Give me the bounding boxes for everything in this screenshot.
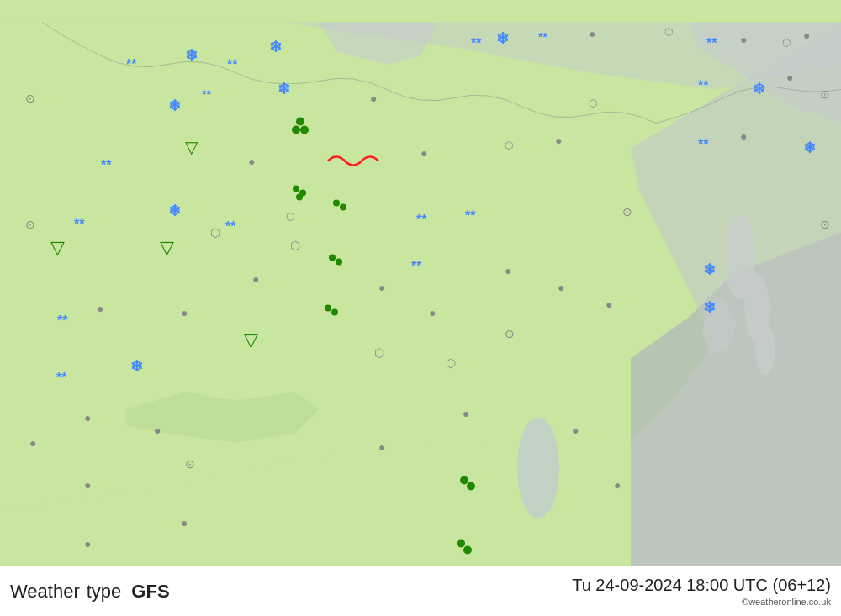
svg-text:▽: ▽ (244, 329, 258, 350)
svg-text:**: ** (74, 217, 85, 231)
svg-text:●: ● (181, 516, 188, 529)
svg-text:▽: ▽ (185, 138, 198, 156)
svg-text:●: ● (420, 146, 427, 160)
svg-point-102 (296, 118, 304, 126)
svg-text:●: ● (740, 33, 747, 46)
svg-text:**: ** (698, 137, 709, 151)
svg-text:⊙: ⊙ (505, 327, 515, 340)
svg-point-61 (331, 309, 338, 316)
svg-text:⬡: ⬡ (664, 26, 673, 38)
type-label: type (87, 581, 122, 603)
svg-text:**: ** (411, 259, 422, 273)
svg-point-100 (292, 126, 300, 134)
svg-text:⊙: ⊙ (185, 457, 195, 471)
svg-text:❄: ❄ (168, 203, 181, 219)
svg-text:⬡: ⬡ (589, 97, 597, 109)
svg-text:●: ● (378, 281, 385, 294)
svg-text:**: ** (202, 87, 211, 101)
svg-point-63 (467, 482, 475, 491)
svg-point-56 (333, 200, 340, 207)
svg-point-58 (329, 255, 336, 261)
svg-text:❄: ❄ (496, 30, 509, 47)
svg-point-65 (463, 546, 472, 555)
svg-point-64 (457, 540, 465, 548)
svg-text:❄: ❄ (185, 47, 198, 64)
svg-text:**: ** (698, 78, 709, 92)
svg-text:**: ** (471, 36, 482, 50)
svg-text:**: ** (465, 208, 476, 223)
svg-text:⬡: ⬡ (374, 346, 384, 360)
svg-point-53 (293, 186, 299, 192)
watermark: ©weatheronline.co.uk (742, 597, 831, 607)
svg-point-6 (517, 418, 559, 519)
svg-text:⊙: ⊙ (820, 87, 830, 101)
svg-text:▽: ▽ (50, 237, 65, 258)
svg-text:●: ● (589, 27, 595, 40)
svg-text:●: ● (97, 302, 103, 315)
svg-text:●: ● (181, 306, 188, 319)
bottom-bar: Weather type GFS Tu 24-09-2024 18:00 UTC… (0, 566, 841, 616)
svg-text:**: ** (227, 57, 238, 71)
svg-text:⊙: ⊙ (820, 218, 830, 231)
svg-text:❄: ❄ (269, 39, 282, 55)
bottom-right-info: Tu 24-09-2024 18:00 UTC (06+12) ©weather… (572, 576, 831, 607)
svg-text:⬡: ⬡ (286, 211, 294, 223)
svg-text:●: ● (378, 440, 385, 454)
svg-text:●: ● (505, 264, 511, 277)
svg-point-60 (325, 305, 331, 312)
svg-text:⊙: ⊙ (25, 218, 35, 231)
datetime-label: Tu 24-09-2024 18:00 UTC (06+12) (572, 576, 831, 595)
svg-text:●: ● (606, 297, 612, 311)
svg-text:**: ** (706, 36, 717, 50)
svg-point-11 (755, 325, 775, 376)
svg-text:⬡: ⬡ (210, 226, 220, 240)
svg-text:●: ● (558, 281, 564, 294)
weather-map: ** ❄ ** ❄ ** ❄ ** ● ⬡ ** ● ⬡ ● ⊙ ❄ ** ❄ … (0, 0, 841, 616)
svg-text:●: ● (29, 436, 36, 450)
svg-text:⬡: ⬡ (505, 140, 513, 151)
svg-text:●: ● (572, 424, 579, 437)
svg-text:**: ** (126, 57, 137, 71)
svg-text:**: ** (57, 313, 68, 328)
svg-text:●: ● (740, 129, 747, 143)
svg-text:●: ● (84, 478, 91, 492)
svg-text:**: ** (56, 371, 67, 385)
svg-point-59 (336, 259, 342, 266)
svg-text:❄: ❄ (278, 81, 290, 97)
svg-point-57 (340, 204, 346, 211)
svg-point-101 (300, 126, 309, 134)
bottom-left-info: Weather type GFS (10, 581, 170, 603)
svg-text:**: ** (101, 158, 112, 172)
svg-text:⬡: ⬡ (446, 356, 456, 370)
svg-text:●: ● (786, 71, 793, 84)
map-container: ** ❄ ** ❄ ** ❄ ** ● ⬡ ** ● ⬡ ● ⊙ ❄ ** ❄ … (0, 0, 841, 616)
svg-text:●: ● (803, 29, 810, 42)
svg-text:●: ● (84, 537, 91, 550)
svg-text:**: ** (538, 30, 547, 44)
svg-text:●: ● (429, 306, 436, 319)
model-label: GFS (131, 581, 169, 603)
svg-text:❄: ❄ (703, 299, 716, 316)
svg-point-55 (296, 194, 303, 201)
svg-text:⬡: ⬡ (782, 37, 791, 49)
weather-label: Weather (10, 581, 80, 603)
svg-text:❄: ❄ (703, 261, 716, 278)
svg-text:⊙: ⊙ (25, 92, 35, 105)
svg-text:**: ** (225, 219, 236, 234)
svg-point-62 (460, 476, 468, 485)
svg-text:❄: ❄ (803, 140, 816, 156)
svg-text:**: ** (416, 213, 427, 227)
svg-text:●: ● (555, 134, 562, 147)
svg-text:●: ● (248, 155, 255, 168)
svg-text:●: ● (370, 92, 377, 105)
svg-text:⬡: ⬡ (290, 239, 300, 252)
svg-text:●: ● (614, 478, 621, 492)
svg-text:●: ● (84, 411, 91, 424)
svg-text:▽: ▽ (160, 237, 174, 258)
svg-text:●: ● (463, 407, 469, 420)
svg-text:❄: ❄ (130, 358, 143, 375)
svg-text:⊙: ⊙ (622, 205, 632, 218)
svg-text:❄: ❄ (753, 81, 765, 97)
svg-text:●: ● (252, 272, 259, 286)
svg-text:❄: ❄ (168, 97, 181, 114)
